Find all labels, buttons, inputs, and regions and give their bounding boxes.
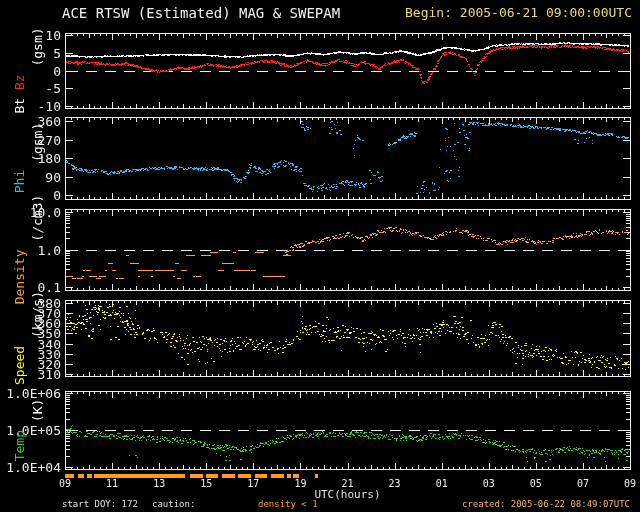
plot-canvas — [0, 0, 640, 512]
ace-rtsw-plot: ACE RTSW (Estimated) MAG & SWEPAM Begin:… — [0, 0, 640, 512]
footer-start-doy: start DOY: 172 — [62, 500, 138, 509]
begin-timestamp: Begin: 2005-06-21 09:00:00UTC — [405, 6, 632, 19]
footer-created-timestamp: created: 2005-06-22 08:49:07UTC — [462, 500, 630, 509]
footer-density-caution: density < 1 — [258, 500, 318, 509]
footer-caution-label: caution: — [152, 500, 195, 509]
page-title: ACE RTSW (Estimated) MAG & SWEPAM — [62, 6, 340, 20]
